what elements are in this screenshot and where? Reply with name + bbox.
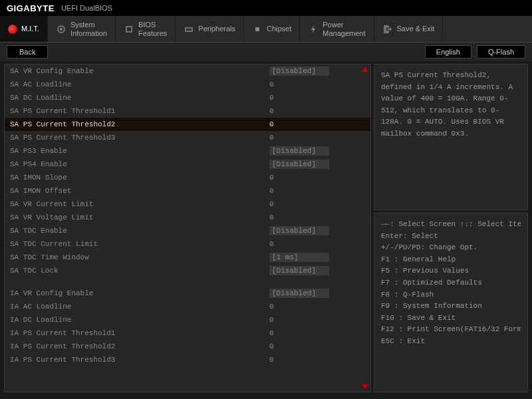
key-help-line: Enter: Select (381, 231, 521, 243)
svg-rect-4 (255, 27, 259, 31)
bios-subtitle: UEFI DualBIOS (61, 4, 112, 12)
tab-save-exit[interactable]: Save & Exit (374, 16, 444, 42)
setting-value[interactable]: 0 (269, 329, 342, 337)
setting-label: SA PS4 Enable (10, 160, 269, 168)
setting-row[interactable]: SA IMON Slope0 (5, 171, 370, 184)
setting-row[interactable]: SA TDC Lock[Disabled] (5, 264, 370, 277)
key-help-line: F12 : Print Screen(FAT16/32 Format Only) (381, 324, 521, 336)
setting-value[interactable]: 0 (269, 213, 342, 221)
setting-row[interactable]: SA TDC Enable[Disabled] (5, 224, 370, 237)
tab-system-information[interactable]: System Information (48, 16, 116, 42)
setting-row[interactable]: IA PS Current Threshold30 (5, 353, 370, 366)
setting-label: SA PS3 Enable (10, 147, 269, 155)
tab-chipset[interactable]: Chipset (244, 16, 300, 42)
setting-label: SA PS Current Threshold1 (10, 107, 269, 115)
tab-mit[interactable]: M.I.T. (0, 16, 48, 42)
setting-row[interactable]: SA VR Current Limit0 (5, 198, 370, 211)
key-help-line: F9 : System Information (381, 301, 521, 313)
setting-label: SA PS Current Threshold2 (10, 120, 269, 128)
setting-label: SA DC Loadline (10, 94, 269, 102)
setting-row[interactable]: SA VR Voltage Limit0 (5, 211, 370, 224)
setting-row[interactable]: IA VR Config Enable[Disabled] (5, 287, 370, 300)
chip-icon (124, 24, 134, 35)
setting-row[interactable]: SA AC Loadline0 (5, 78, 370, 91)
setting-value[interactable]: [1 ms] (269, 253, 342, 262)
back-button[interactable]: Back (7, 45, 48, 59)
setting-value[interactable]: [Disabled] (269, 266, 342, 275)
language-button[interactable]: English (425, 45, 471, 59)
setting-row[interactable]: SA TDC Time Window[1 ms] (5, 251, 370, 264)
svg-rect-2 (126, 27, 132, 32)
key-help-line: →←: Select Screen ↑↓: Select Item (381, 219, 521, 231)
peripherals-icon (184, 24, 194, 35)
setting-value[interactable]: 0 (269, 80, 342, 88)
mit-dot-icon (8, 25, 17, 34)
key-legend: →←: Select Screen ↑↓: Select ItemEnter: … (374, 213, 528, 392)
setting-label: SA VR Current Limit (10, 200, 269, 208)
setting-row[interactable]: SA PS3 Enable[Disabled] (5, 144, 370, 158)
setting-value[interactable]: 0 (269, 94, 342, 102)
setting-value[interactable]: 0 (269, 316, 342, 324)
setting-label: IA AC Loadline (10, 303, 269, 311)
setting-row[interactable]: IA PS Current Threshold20 (5, 340, 370, 353)
tab-label: System Information (70, 21, 107, 37)
setting-row[interactable]: SA PS Current Threshold10 (5, 104, 370, 118)
setting-row[interactable]: SA DC Loadline0 (5, 91, 370, 104)
setting-label: SA TDC Current Limit (10, 240, 269, 248)
setting-value[interactable]: 0 (269, 187, 342, 195)
setting-value[interactable]: 0 (269, 303, 342, 311)
qflash-button[interactable]: Q-Flash (477, 45, 525, 59)
key-help-line: F10 : Save & Exit (381, 313, 521, 325)
setting-value[interactable]: [Disabled] (269, 226, 342, 235)
setting-value[interactable]: 0 (269, 342, 342, 350)
top-tabs: M.I.T. System Information BIOS Features … (0, 16, 532, 43)
setting-label: SA VR Voltage Limit (10, 213, 269, 221)
titlebar: GIGABYTE UEFI DualBIOS (0, 0, 532, 16)
setting-value[interactable]: 0 (269, 200, 342, 208)
setting-row[interactable]: SA IMON Offset0 (5, 184, 370, 198)
setting-value[interactable]: [Disabled] (269, 289, 342, 298)
setting-label: SA TDC Time Window (10, 253, 269, 261)
setting-label: IA PS Current Threshold1 (10, 329, 269, 337)
content-area: SA VR Config Enable[Disabled]SA AC Loadl… (0, 61, 532, 396)
setting-value[interactable]: 0 (269, 356, 342, 364)
exit-icon (382, 24, 393, 35)
gear-icon (56, 24, 66, 35)
section-gap (5, 277, 370, 287)
setting-value[interactable]: [Disabled] (269, 146, 342, 156)
setting-row[interactable]: SA PS Current Threshold30 (5, 131, 370, 144)
setting-row[interactable]: SA TDC Current Limit0 (5, 237, 370, 251)
setting-row[interactable]: SA PS4 Enable[Disabled] (5, 158, 370, 171)
setting-value[interactable]: [Disabled] (269, 160, 342, 169)
tab-label: M.I.T. (21, 25, 39, 33)
setting-label: IA PS Current Threshold2 (10, 342, 269, 350)
setting-value[interactable]: 0 (269, 240, 342, 248)
tab-label: Chipset (267, 25, 291, 33)
setting-row[interactable]: SA PS Current Threshold20 (5, 118, 370, 131)
tab-power-management[interactable]: Power Management (300, 16, 374, 42)
tab-label: Peripherals (198, 25, 235, 33)
chipset-icon (252, 24, 263, 35)
tab-label: Save & Exit (397, 25, 435, 33)
setting-label: SA TDC Enable (10, 227, 269, 235)
key-help-line: ESC : Exit (381, 336, 521, 348)
setting-row[interactable]: IA PS Current Threshold10 (5, 327, 370, 340)
setting-value[interactable]: [Disabled] (269, 66, 342, 76)
scroll-down-arrow-icon[interactable] (362, 384, 368, 389)
tab-peripherals[interactable]: Peripherals (176, 16, 244, 42)
setting-row[interactable]: SA VR Config Enable[Disabled] (5, 65, 370, 78)
key-help-line: F1 : General Help (381, 254, 521, 266)
setting-label: SA PS Current Threshold3 (10, 134, 269, 142)
key-help-line: F5 : Previous Values (381, 265, 521, 277)
setting-row[interactable]: IA DC Loadline0 (5, 313, 370, 327)
setting-value[interactable]: 0 (269, 107, 342, 115)
setting-value[interactable]: 0 (269, 174, 342, 182)
setting-value[interactable]: 0 (269, 134, 342, 142)
setting-row[interactable]: IA AC Loadline0 (5, 300, 370, 313)
setting-label: SA TDC Lock (10, 267, 269, 275)
setting-value[interactable]: 0 (269, 120, 342, 128)
scroll-up-arrow-icon[interactable] (362, 67, 368, 72)
key-help-line: F8 : Q-Flash (381, 289, 521, 301)
key-help-line: +/-/PU/PD: Change Opt. (381, 242, 521, 254)
tab-bios-features[interactable]: BIOS Features (116, 16, 176, 42)
